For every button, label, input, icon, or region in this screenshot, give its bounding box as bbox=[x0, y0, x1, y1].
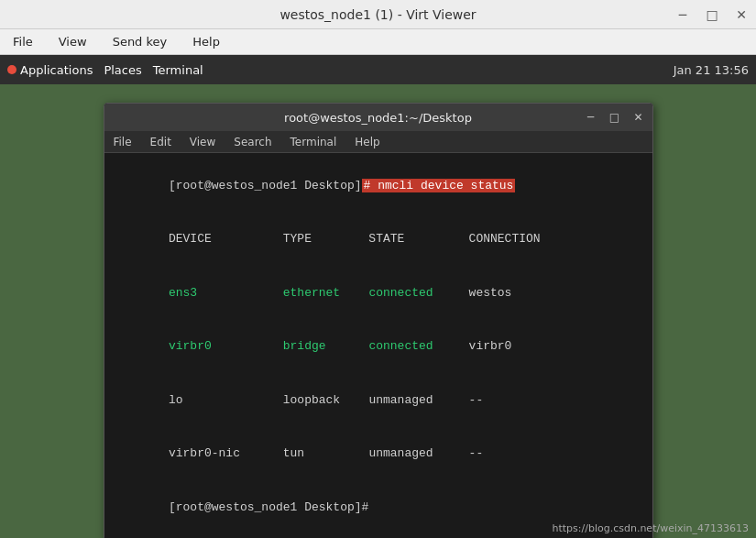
terminal-close-button[interactable]: ✕ bbox=[629, 107, 649, 127]
outer-maximize-button[interactable]: □ bbox=[697, 0, 727, 29]
outer-menu-view[interactable]: View bbox=[53, 33, 93, 50]
terminal-window-controls: ─ □ ✕ bbox=[581, 104, 649, 131]
table-row-ens3: ens3 ethernet connected westos bbox=[112, 266, 645, 320]
command-text: # nmcli device status bbox=[362, 179, 516, 192]
gnome-apps-menu[interactable]: Applications bbox=[7, 63, 93, 77]
gnome-terminal-label[interactable]: Terminal bbox=[153, 63, 203, 77]
outer-window-controls: ─ □ ✕ bbox=[668, 0, 756, 29]
gnome-panel-left: Applications Places Terminal bbox=[7, 63, 203, 77]
gnome-datetime: Jan 21 13:56 bbox=[674, 63, 749, 77]
terminal-maximize-button[interactable]: □ bbox=[605, 107, 625, 127]
terminal-titlebar: root@westos_node1:~/Desktop ─ □ ✕ bbox=[104, 104, 652, 131]
gnome-panel: Applications Places Terminal Jan 21 13:5… bbox=[0, 55, 756, 84]
table-row-virbr0-nic: virbr0-nic tun unmanaged -- bbox=[112, 427, 645, 481]
outer-window-title: westos_node1 (1) - Virt Viewer bbox=[279, 7, 476, 22]
gnome-applications-label[interactable]: Applications bbox=[20, 63, 93, 77]
command-line: [root@westos_node1 Desktop]# nmcli devic… bbox=[112, 159, 645, 213]
outer-titlebar: westos_node1 (1) - Virt Viewer ─ □ ✕ bbox=[0, 0, 756, 29]
outer-minimize-button[interactable]: ─ bbox=[668, 0, 697, 29]
terminal-menu-terminal[interactable]: Terminal bbox=[287, 134, 341, 150]
terminal-menu-edit[interactable]: Edit bbox=[147, 134, 175, 150]
terminal-menubar: File Edit View Search Terminal Help bbox=[104, 131, 652, 153]
outer-menu-sendkey[interactable]: Send key bbox=[107, 33, 173, 50]
terminal-menu-help[interactable]: Help bbox=[351, 134, 383, 150]
table-header: DEVICE TYPE STATE CONNECTION bbox=[112, 213, 645, 267]
table-row-lo: lo loopback unmanaged -- bbox=[112, 373, 645, 427]
final-prompt: [root@westos_node1 Desktop]# bbox=[169, 500, 368, 514]
outer-menu-help[interactable]: Help bbox=[187, 33, 225, 50]
url-bar: https://blog.csdn.net/weixin_47133613 bbox=[552, 522, 749, 534]
terminal-menu-file[interactable]: File bbox=[110, 134, 136, 150]
outer-menubar: File View Send key Help bbox=[0, 29, 756, 55]
terminal-title: root@westos_node1:~/Desktop bbox=[284, 111, 472, 125]
terminal-window: root@westos_node1:~/Desktop ─ □ ✕ File E… bbox=[104, 103, 653, 538]
outer-menu-file[interactable]: File bbox=[7, 33, 38, 50]
prompt-prefix: [root@westos_node1 Desktop] bbox=[169, 179, 362, 192]
gnome-app-icon bbox=[7, 65, 16, 74]
gnome-places-label[interactable]: Places bbox=[104, 63, 141, 77]
terminal-content[interactable]: [root@westos_node1 Desktop]# nmcli devic… bbox=[104, 153, 652, 538]
desktop: root@westos_node1:~/Desktop ─ □ ✕ File E… bbox=[0, 84, 756, 538]
terminal-menu-search[interactable]: Search bbox=[230, 134, 275, 150]
terminal-minimize-button[interactable]: ─ bbox=[581, 107, 601, 127]
outer-close-button[interactable]: ✕ bbox=[727, 0, 756, 29]
terminal-menu-view[interactable]: View bbox=[186, 134, 219, 150]
table-row-virbr0: virbr0 bridge connected virbr0 bbox=[112, 320, 645, 374]
